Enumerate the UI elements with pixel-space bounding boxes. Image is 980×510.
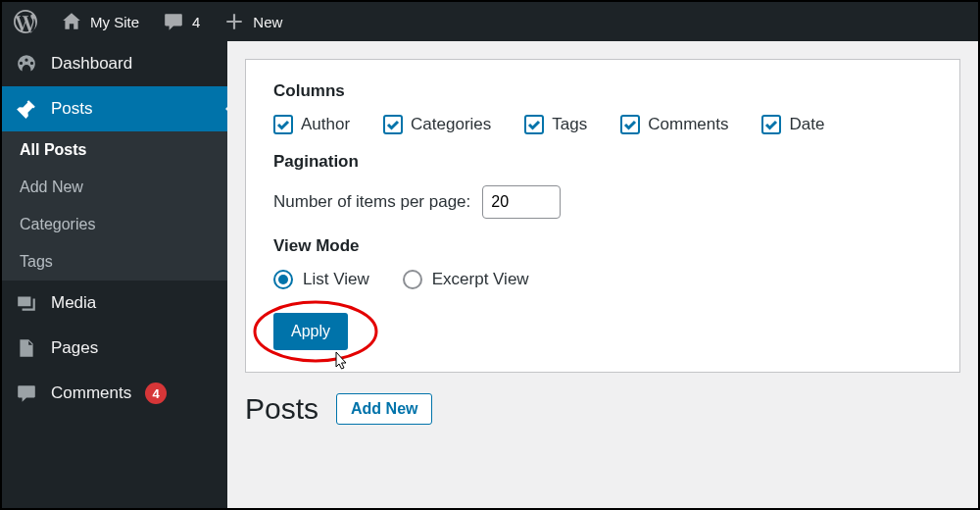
per-page-input[interactable] (482, 185, 561, 219)
sidebar-item-comments[interactable]: Comments 4 (2, 371, 227, 416)
site-name-label: My Site (90, 14, 139, 30)
sidebar-item-media[interactable]: Media (2, 280, 227, 326)
column-comments-checkbox[interactable]: Comments (620, 115, 728, 134)
comments-count: 4 (192, 14, 200, 30)
page-heading-row: Posts Add New (245, 392, 960, 426)
list-view-radio[interactable]: List View (273, 270, 369, 289)
per-page-field: Number of items per page: (273, 185, 932, 219)
new-link[interactable]: New (212, 2, 294, 41)
comments-link[interactable]: 4 (151, 2, 212, 41)
per-page-label: Number of items per page: (273, 192, 470, 212)
checkbox-icon (383, 115, 403, 134)
checkbox-icon (620, 115, 640, 134)
sidebar-item-dashboard[interactable]: Dashboard (2, 41, 227, 86)
comments-badge: 4 (145, 382, 167, 404)
apply-button[interactable]: Apply (273, 313, 348, 350)
comments-icon (16, 382, 37, 404)
pages-icon (16, 337, 37, 359)
add-new-button[interactable]: Add New (336, 393, 432, 425)
sub-label: Tags (20, 253, 53, 270)
checkbox-label: Categories (411, 115, 491, 134)
pin-icon (16, 98, 37, 120)
posts-submenu: All Posts Add New Categories Tags (2, 131, 227, 280)
excerpt-view-radio[interactable]: Excerpt View (403, 270, 529, 289)
sidebar-label: Pages (51, 338, 98, 358)
sub-label: All Posts (20, 141, 86, 158)
sidebar-label: Posts (51, 99, 93, 119)
wordpress-icon (14, 10, 37, 33)
radio-icon (403, 270, 422, 289)
checkbox-label: Author (301, 115, 350, 134)
sidebar-item-posts[interactable]: Posts (2, 86, 227, 131)
plus-icon (223, 11, 245, 32)
admin-bar: My Site 4 New (2, 2, 978, 41)
column-categories-checkbox[interactable]: Categories (383, 115, 491, 134)
media-icon (16, 292, 37, 314)
checkbox-label: Date (789, 115, 824, 134)
columns-section: Columns Author Categories Tags Comments (273, 81, 932, 134)
pagination-heading: Pagination (273, 152, 932, 172)
submenu-tags[interactable]: Tags (2, 243, 227, 280)
dashboard-icon (16, 53, 37, 75)
sub-label: Add New (20, 178, 83, 195)
new-label: New (253, 14, 282, 30)
site-link[interactable]: My Site (49, 2, 151, 41)
comment-icon (163, 11, 184, 32)
radio-icon (273, 270, 293, 289)
sidebar-label: Dashboard (51, 54, 132, 74)
viewmode-radios: List View Excerpt View (273, 270, 932, 289)
radio-label: Excerpt View (432, 270, 529, 289)
checkbox-label: Tags (552, 115, 587, 134)
columns-checkboxes: Author Categories Tags Comments Date (273, 115, 932, 134)
column-tags-checkbox[interactable]: Tags (524, 115, 587, 134)
screen-options-panel: Columns Author Categories Tags Comments (245, 59, 960, 373)
pagination-section: Pagination Number of items per page: (273, 152, 932, 219)
columns-heading: Columns (273, 81, 932, 101)
viewmode-heading: View Mode (273, 236, 932, 256)
main-content: Columns Author Categories Tags Comments (227, 41, 978, 508)
checkbox-label: Comments (648, 115, 728, 134)
submenu-add-new[interactable]: Add New (2, 169, 227, 206)
sidebar-label: Media (51, 293, 96, 313)
page-title: Posts (245, 392, 318, 426)
sidebar-label: Comments (51, 383, 131, 403)
admin-sidebar: Dashboard Posts All Posts Add New Catego… (2, 41, 227, 508)
submenu-all-posts[interactable]: All Posts (2, 131, 227, 169)
checkbox-icon (524, 115, 544, 134)
sub-label: Categories (20, 216, 95, 232)
cursor-icon (330, 350, 350, 378)
submenu-categories[interactable]: Categories (2, 206, 227, 243)
checkbox-icon (761, 115, 781, 134)
apply-wrap: Apply (273, 313, 348, 350)
home-icon (61, 11, 82, 32)
column-author-checkbox[interactable]: Author (273, 115, 350, 134)
checkbox-icon (273, 115, 293, 134)
sidebar-item-pages[interactable]: Pages (2, 326, 227, 371)
wp-logo[interactable] (2, 2, 49, 41)
radio-label: List View (303, 270, 369, 289)
viewmode-section: View Mode List View Excerpt View (273, 236, 932, 289)
column-date-checkbox[interactable]: Date (761, 115, 824, 134)
